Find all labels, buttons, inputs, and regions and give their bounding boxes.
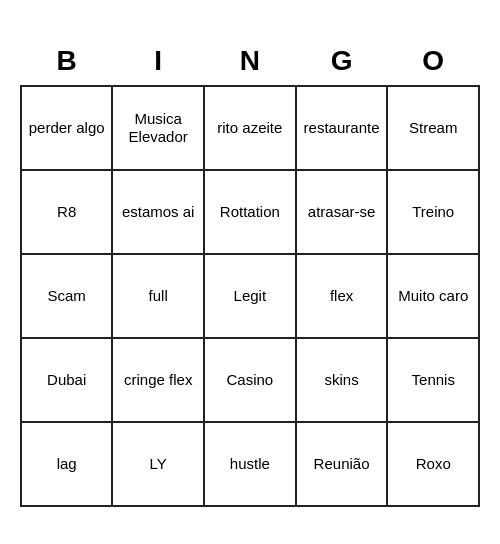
bingo-cell-r4-c1: LY [112, 422, 204, 506]
bingo-cell-r2-c1: full [112, 254, 204, 338]
bingo-cell-r0-c2: rito azeite [204, 86, 296, 170]
bingo-cell-r2-c2: Legit [204, 254, 296, 338]
bingo-cell-r3-c3: skins [296, 338, 388, 422]
bingo-cell-r2-c0: Scam [21, 254, 112, 338]
bingo-cell-r1-c4: Treino [387, 170, 479, 254]
bingo-cell-r3-c2: Casino [204, 338, 296, 422]
bingo-cell-r4-c4: Roxo [387, 422, 479, 506]
bingo-cell-r0-c1: Musica Elevador [112, 86, 204, 170]
bingo-cell-r2-c4: Muito caro [387, 254, 479, 338]
table-row: R8estamos aiRottationatrasar-seTreino [21, 170, 479, 254]
table-row: perder algoMusica Elevadorrito azeiteres… [21, 86, 479, 170]
bingo-cell-r1-c3: atrasar-se [296, 170, 388, 254]
bingo-header-b: B [21, 38, 112, 86]
bingo-cell-r0-c4: Stream [387, 86, 479, 170]
bingo-cell-r1-c0: R8 [21, 170, 112, 254]
bingo-header-g: G [296, 38, 388, 86]
table-row: ScamfullLegitflexMuito caro [21, 254, 479, 338]
bingo-header-n: N [204, 38, 296, 86]
bingo-cell-r0-c0: perder algo [21, 86, 112, 170]
table-row: Dubaicringe flexCasinoskinsTennis [21, 338, 479, 422]
bingo-header-i: I [112, 38, 204, 86]
bingo-cell-r2-c3: flex [296, 254, 388, 338]
bingo-cell-r4-c3: Reunião [296, 422, 388, 506]
bingo-cell-r1-c2: Rottation [204, 170, 296, 254]
bingo-cell-r3-c4: Tennis [387, 338, 479, 422]
bingo-card: BINGO perder algoMusica Elevadorrito aze… [20, 38, 480, 507]
bingo-cell-r3-c0: Dubai [21, 338, 112, 422]
table-row: lagLYhustleReuniãoRoxo [21, 422, 479, 506]
bingo-header-o: O [387, 38, 479, 86]
bingo-cell-r3-c1: cringe flex [112, 338, 204, 422]
bingo-cell-r0-c3: restaurante [296, 86, 388, 170]
bingo-cell-r1-c1: estamos ai [112, 170, 204, 254]
bingo-cell-r4-c0: lag [21, 422, 112, 506]
bingo-cell-r4-c2: hustle [204, 422, 296, 506]
